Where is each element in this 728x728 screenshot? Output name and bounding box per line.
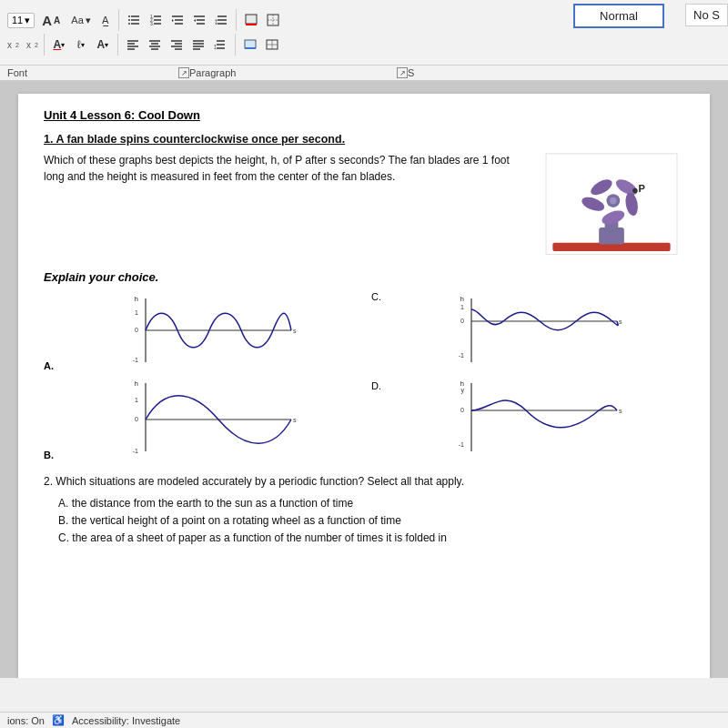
svg-text:s: s — [619, 318, 622, 325]
highlight-button[interactable]: ℓ ▾ — [72, 35, 90, 54]
line-spacing-button[interactable]: ↕ — [212, 11, 230, 29]
normal-style-box[interactable]: Normal — [573, 4, 664, 28]
document-area: Unit 4 Lesson 6: Cool Down 1. A fan blad… — [18, 94, 710, 678]
subscript-2: 2 — [15, 42, 19, 48]
graphs-grid: A. h 0 -1 s 1 — [44, 289, 684, 460]
indent-increase-button[interactable] — [190, 11, 208, 29]
font-color-button[interactable]: A ▾ — [50, 35, 68, 54]
justify-button[interactable] — [189, 35, 207, 54]
sep3 — [44, 34, 45, 56]
paragraph-label: Paragraph — [189, 67, 236, 78]
line-spacing2-button[interactable]: ↕ — [211, 35, 229, 54]
subscript-label: x — [7, 40, 12, 50]
font-size-dropdown[interactable]: 11 ▾ — [7, 13, 35, 28]
graph-c-cell: C. h 0 -1 1 s — [371, 289, 684, 371]
q2-text: 2. Which situations are modeled accurate… — [44, 473, 684, 490]
svg-text:0: 0 — [135, 416, 138, 422]
svg-marker-15 — [172, 19, 174, 22]
graph-a-cell: A. h 0 -1 s 1 — [44, 289, 357, 371]
aa-arrow: ▾ — [86, 15, 91, 26]
svg-text:P: P — [639, 183, 645, 194]
aa-label: Aa — [71, 15, 83, 25]
numbered-list-button[interactable]: 1.2.3. — [147, 11, 165, 29]
bottom-left-label: ions: On — [7, 715, 45, 726]
align-right-button[interactable] — [167, 35, 186, 54]
accessibility-label: Accessibility: Investigate — [72, 715, 180, 726]
graph-c-label-pos: C. — [371, 291, 381, 302]
document-title: Unit 4 Lesson 6: Cool Down — [44, 108, 684, 122]
shading2-button[interactable] — [241, 35, 259, 54]
graph-d-svg: h 0 -1 y s — [386, 379, 684, 460]
q2-option-c: C. the area of a sheet of paper as a fun… — [58, 530, 684, 547]
svg-rect-25 — [246, 24, 257, 25]
shrink-font-icon: A — [54, 15, 60, 25]
svg-text:3.: 3. — [150, 21, 154, 26]
section-labels: Font ↗ Paragraph ↗ S — [0, 66, 728, 81]
superscript-label: x — [26, 40, 31, 50]
text-color-button[interactable]: A ▾ — [94, 35, 112, 54]
sep1 — [118, 9, 119, 31]
text-color-arrow: ▾ — [105, 41, 108, 49]
svg-point-4 — [128, 19, 130, 21]
svg-rect-50 — [245, 47, 256, 49]
svg-rect-24 — [246, 15, 257, 24]
svg-text:-1: -1 — [459, 441, 464, 448]
svg-text:-1: -1 — [133, 357, 138, 363]
format-painter-button[interactable]: A̲ — [98, 13, 113, 28]
svg-text:y: y — [461, 387, 465, 394]
highlight-arrow: ▾ — [81, 41, 85, 49]
format-painter-icon: A̲ — [102, 15, 109, 26]
svg-text:-1: -1 — [459, 352, 464, 359]
align-left-button[interactable] — [124, 35, 142, 54]
svg-point-59 — [610, 197, 616, 204]
s-section-label: S — [408, 67, 721, 78]
svg-point-66 — [632, 187, 638, 193]
svg-text:1: 1 — [135, 309, 138, 316]
grow-font-icon: A — [42, 13, 52, 28]
font-size-arrow: ▾ — [25, 15, 30, 26]
toolbar: 11 ▾ A A Aa ▾ A̲ 1.2.3. — [0, 0, 728, 66]
svg-text:s: s — [293, 417, 297, 423]
graph-b-cell: B. h 0 -1 1 s — [44, 379, 357, 460]
no-spacing-label: No S — [693, 8, 720, 22]
paragraph-expand-icon[interactable]: ↗ — [397, 67, 408, 78]
bottom-bar: ions: On ♿ Accessibility: Investigate — [0, 712, 728, 728]
font-label: Font — [7, 67, 27, 78]
s-label: S — [408, 67, 414, 78]
borders2-button[interactable] — [263, 35, 281, 54]
graph-a-svg: h 0 -1 s 1 — [62, 289, 357, 371]
svg-text:↕: ↕ — [214, 16, 218, 26]
font-expand-icon[interactable]: ↗ — [178, 67, 189, 78]
svg-rect-49 — [245, 40, 256, 48]
grow-font-button[interactable]: A A — [38, 11, 64, 30]
text-color-icon: A — [96, 38, 105, 51]
graph-a-label: A. — [44, 360, 54, 371]
svg-text:h: h — [460, 295, 464, 303]
sep2 — [236, 9, 237, 31]
normal-style-label: Normal — [600, 9, 638, 23]
bullets-button[interactable] — [125, 11, 143, 29]
svg-text:0: 0 — [135, 327, 138, 333]
borders-button[interactable] — [264, 11, 282, 29]
graph-d-cell: D. h 0 -1 y s — [371, 379, 684, 460]
paragraph-section-label: Paragraph ↗ — [189, 67, 408, 78]
svg-text:h: h — [135, 295, 138, 303]
aa-button[interactable]: Aa ▾ — [67, 13, 94, 28]
no-spacing-box[interactable]: No S — [685, 4, 728, 26]
shading-button[interactable] — [242, 11, 260, 29]
svg-text:1: 1 — [135, 397, 138, 403]
font-color-icon: A — [53, 38, 61, 51]
align-center-button[interactable] — [146, 35, 164, 54]
graph-b-label: B. — [44, 450, 54, 460]
q2-option-a: A. the distance from the earth to the su… — [58, 495, 684, 512]
svg-marker-19 — [194, 19, 196, 22]
q2-option-b: B. the vertical height of a point on a r… — [58, 512, 684, 530]
q1-body: Which of these graphs best depicts the h… — [44, 152, 684, 261]
svg-text:0: 0 — [460, 407, 464, 413]
svg-point-5 — [128, 23, 130, 25]
explain-label: Explain your choice. — [44, 270, 684, 284]
font-color-arrow: ▾ — [61, 41, 65, 49]
indent-decrease-button[interactable] — [168, 11, 187, 29]
svg-text:0: 0 — [460, 318, 464, 324]
accessibility-icon: ♿ — [52, 714, 65, 726]
